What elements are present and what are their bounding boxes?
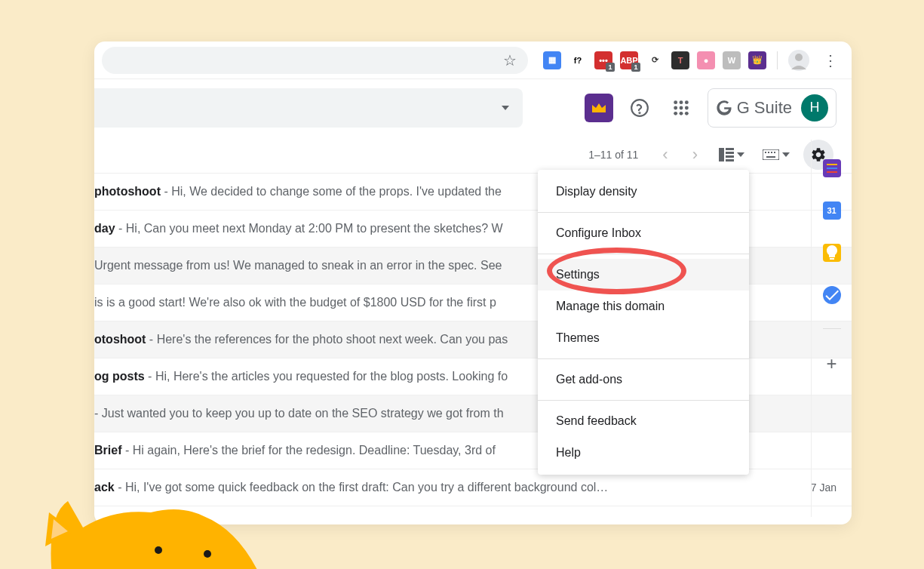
svg-point-0 [795, 54, 803, 61]
gmail-header: G Suite H [94, 79, 852, 136]
email-snippet: - Hi, Can you meet next Monday at 2:00 P… [115, 222, 503, 235]
svg-rect-16 [726, 159, 734, 161]
svg-rect-22 [766, 156, 775, 158]
divider [777, 51, 778, 69]
chrome-menu-icon[interactable]: ⋮ [817, 51, 844, 69]
email-snippet: Urgent message from us! We managed to sn… [94, 259, 502, 272]
svg-rect-20 [771, 152, 772, 153]
apps-grid-icon[interactable] [666, 93, 696, 123]
svg-point-2 [639, 112, 640, 112]
sidebar-divider [823, 328, 841, 329]
dropdown-item-settings[interactable]: Settings [538, 259, 749, 291]
svg-rect-14 [726, 152, 734, 154]
svg-rect-24 [827, 168, 837, 169]
svg-point-8 [685, 106, 689, 109]
right-sidebar: 31 + [811, 140, 852, 517]
svg-rect-21 [774, 152, 775, 153]
svg-rect-17 [763, 149, 779, 160]
cat-illustration [30, 471, 272, 569]
keyboard-icon[interactable] [758, 149, 794, 160]
svg-point-6 [674, 106, 677, 109]
adblock-icon[interactable]: ABP1 [620, 51, 638, 69]
svg-rect-23 [827, 164, 837, 165]
chrome-toolbar: ☆ ▦f?•••1ABP1⟳T●W👑 ⋮ [94, 42, 852, 79]
svg-point-9 [674, 111, 677, 115]
svg-point-7 [679, 106, 683, 109]
pagination-text: 1–11 of 11 [588, 149, 638, 161]
star-icon[interactable]: ☆ [503, 51, 517, 69]
dropdown-item-configure-inbox[interactable]: Configure Inbox [538, 217, 749, 249]
svg-rect-25 [827, 171, 837, 173]
svg-point-5 [685, 100, 689, 104]
email-snippet: - Hi, Here's the articles you requested … [145, 370, 508, 383]
dropdown-item-get-add-ons[interactable]: Get add-ons [538, 364, 749, 395]
notes-app-icon[interactable] [823, 159, 841, 177]
email-subject: Brief [94, 444, 121, 457]
email-subject: photoshoot [94, 185, 161, 198]
gsuite-account[interactable]: G Suite H [708, 88, 837, 128]
settings-dropdown: Display densityConfigure InboxSettingsMa… [538, 170, 749, 475]
svg-rect-19 [768, 152, 769, 153]
email-snippet: - Just wanted you to keep you up to date… [94, 407, 504, 420]
email-subject: day [94, 222, 115, 235]
search-options-caret-icon[interactable] [502, 106, 509, 110]
next-page-icon[interactable]: › [685, 145, 705, 165]
svg-rect-13 [726, 148, 734, 150]
dropdown-divider [538, 254, 749, 254]
svg-point-26 [155, 546, 162, 554]
split-pane-icon[interactable] [714, 148, 749, 161]
dropdown-item-display-density[interactable]: Display density [538, 176, 749, 208]
wave-icon[interactable]: W [723, 51, 741, 69]
add-addon-icon[interactable]: + [826, 353, 837, 374]
email-snippet: is is a good start! We're also ok with t… [94, 296, 496, 309]
dropdown-item-send-feedback[interactable]: Send feedback [538, 405, 749, 437]
dropdown-item-themes[interactable]: Themes [538, 322, 749, 354]
svg-rect-18 [765, 152, 766, 153]
mail-toolbar: 1–11 of 11 ‹ › [94, 136, 852, 174]
pink-icon[interactable]: ● [697, 51, 715, 69]
svg-point-11 [685, 111, 689, 115]
email-subject: og posts [94, 370, 145, 383]
dropdown-divider [538, 212, 749, 213]
lastpass-icon[interactable]: •••1 [594, 51, 612, 69]
dropdown-divider [538, 400, 749, 401]
font-icon[interactable]: f? [569, 51, 587, 69]
svg-rect-12 [719, 148, 724, 161]
dropdown-item-manage-this-domain[interactable]: Manage this domain [538, 291, 749, 322]
dropdown-divider [538, 358, 749, 359]
prev-page-icon[interactable]: ‹ [655, 145, 675, 165]
gsuite-label: G Suite [716, 98, 792, 118]
browser-window: ☆ ▦f?•••1ABP1⟳T●W👑 ⋮ G Suite H [94, 42, 852, 524]
keep-icon[interactable] [823, 244, 841, 262]
svg-point-4 [679, 100, 683, 104]
crown-app-icon[interactable] [585, 94, 613, 122]
svg-rect-15 [726, 155, 734, 158]
email-subject: otoshoot [94, 333, 146, 346]
email-snippet: - Hi again, Here's the brief for the red… [121, 444, 495, 457]
dropdown-item-help[interactable]: Help [538, 437, 749, 469]
address-bar[interactable]: ☆ [102, 47, 528, 74]
chrome-profile-avatar[interactable] [788, 50, 809, 71]
email-snippet: - Hi, We decided to change some of the p… [161, 185, 502, 198]
svg-point-10 [679, 111, 683, 115]
svg-point-27 [204, 550, 211, 558]
user-avatar[interactable]: H [801, 94, 828, 121]
search-input[interactable] [94, 88, 523, 128]
svg-point-3 [674, 100, 677, 104]
sync-icon[interactable]: ⟳ [646, 51, 664, 69]
tasks-icon[interactable] [823, 286, 841, 304]
help-icon[interactable] [625, 93, 655, 123]
toggl-icon[interactable]: T [671, 51, 689, 69]
translate-icon[interactable]: ▦ [543, 51, 561, 69]
email-snippet: - Here's the references for the photo sh… [146, 333, 508, 346]
calendar-icon[interactable]: 31 [823, 201, 841, 220]
crown-ext-icon[interactable]: 👑 [748, 51, 766, 69]
